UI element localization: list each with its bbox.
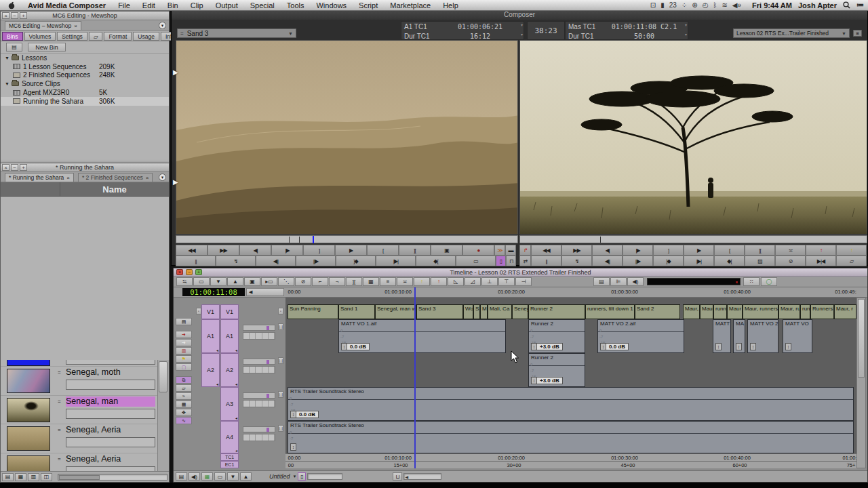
pan-knob[interactable]	[267, 428, 269, 432]
zoom-button[interactable]: +	[20, 12, 27, 19]
audio-pan-slider[interactable]	[243, 325, 275, 331]
position-indicator[interactable]	[313, 236, 314, 243]
splice-tool-button[interactable]: ➜	[176, 331, 192, 338]
mark-clip-button[interactable]: ][	[745, 245, 775, 256]
more-detail-button[interactable]: ▲	[240, 472, 252, 481]
source-position-bar[interactable]	[176, 235, 518, 243]
bin-tool-button[interactable]: ▱	[176, 384, 192, 392]
timeline-video-clip[interactable]: Mali, Ca	[488, 304, 512, 319]
pan-knob[interactable]	[267, 394, 269, 398]
remove-effect-button[interactable]: ⊘	[295, 277, 311, 286]
mark-clip-button[interactable]: ][	[399, 245, 431, 256]
zoom-slider[interactable]	[307, 473, 342, 480]
timeline-audio-clip[interactable]: MATT↕	[713, 319, 731, 353]
toggle-source-timeline-button[interactable]: ≒	[176, 277, 193, 286]
mark-out-button[interactable]: ¬	[329, 277, 345, 286]
track-solo-button[interactable]: ❘❘	[278, 391, 283, 398]
minimize-button[interactable]: −	[11, 12, 18, 19]
segment-select-button[interactable]: ▢	[176, 363, 192, 371]
track-lane-v1[interactable]: Sun PanningSand 1Senegal, man with tSand…	[285, 304, 856, 319]
step-backward-button[interactable]: ◀|	[592, 245, 623, 256]
project-titlebar[interactable]: × − + MC6 Editing - Mewshop	[1, 12, 169, 20]
out-keyframe-button[interactable]: ]◆	[336, 256, 376, 266]
menu-item-special[interactable]: Special	[250, 1, 275, 9]
gain-icon[interactable]: ↕	[750, 343, 756, 350]
scale-bar-button[interactable]: ⊔	[393, 472, 402, 481]
play-in-out-button[interactable]: |▶|	[376, 256, 416, 266]
record-track-tc1[interactable]: TC1	[220, 453, 239, 461]
menu-user[interactable]: Josh Apter	[798, 1, 837, 9]
audio-waveform-button[interactable]: ∿	[176, 417, 192, 424]
splice-arrow-button[interactable]: ↑	[431, 277, 447, 286]
speaker-icon[interactable]: ◂	[235, 448, 237, 453]
track-lane-a3[interactable]: RTS Trailer Soundtrack Stereo0-7-15↕0.0 …	[285, 387, 856, 421]
gain-icon[interactable]: ↕	[290, 443, 296, 451]
source-track-a1[interactable]: A1◂	[201, 319, 220, 353]
bin-hscrollbar[interactable]	[58, 474, 167, 481]
gang-button[interactable]: ⊓	[506, 256, 516, 266]
gain-icon[interactable]: ↕	[341, 343, 347, 350]
pan-knob[interactable]	[267, 326, 269, 330]
gain-icon[interactable]: ↕	[785, 343, 791, 350]
gain-icon[interactable]: ↕	[600, 343, 606, 350]
shuttle-button[interactable]: ↯	[216, 256, 256, 266]
extend-button[interactable]: ⊣	[515, 277, 532, 286]
zoom-button[interactable]: +	[20, 164, 27, 171]
menu-item-clip[interactable]: Clip	[191, 1, 203, 9]
audio-monitor-button[interactable]: ◀)	[189, 472, 200, 481]
menu-item-script[interactable]: Script	[359, 1, 378, 9]
menu-item-bin[interactable]: Bin	[167, 1, 178, 9]
timeline-video-clip[interactable]: Maur, ru	[778, 304, 800, 319]
mark-in-button[interactable]: [	[367, 245, 399, 256]
out-keyframe-button[interactable]: ]◆	[653, 256, 684, 266]
go-to-in-button[interactable]: ◀||	[256, 256, 296, 266]
clip-name[interactable]: Senegal, Aeria	[66, 425, 155, 435]
roll-right-button[interactable]: ◿	[465, 277, 481, 286]
fast-menu-button[interactable]: ▾	[159, 174, 166, 181]
accessibility-icon[interactable]: ⊕	[692, 1, 697, 9]
tree-item-lessons[interactable]: ▼Lessons	[1, 54, 169, 62]
clip-row[interactable]: =Senegal, man	[1, 396, 157, 425]
project-tab[interactable]: MC6 Editing – Mewshop×	[5, 21, 81, 30]
timeline-bottom-menu-button[interactable]: ▤	[176, 472, 187, 481]
rewind-button[interactable]: ◀◀	[176, 245, 208, 256]
bin-menu-button[interactable]: ▤	[6, 43, 22, 52]
bin-tab-0[interactable]: * Running the Sahara×	[5, 173, 74, 182]
grid-icon[interactable]: ⊞	[853, 30, 862, 37]
menu-item-avid-media-composer[interactable]: Avid Media Composer	[28, 1, 106, 9]
spotlight-icon[interactable]	[843, 1, 850, 9]
fast-forward-button[interactable]: ▶▶	[561, 245, 592, 256]
clip-color-button[interactable]: ▯	[298, 472, 306, 481]
timeline-fast-menu-button[interactable]: ▤	[176, 318, 192, 325]
timeline-lanes[interactable]: Sun PanningSand 1Senegal, man with tSand…	[285, 298, 856, 468]
scrollbar-thumb[interactable]	[159, 361, 167, 392]
clip-row-partial[interactable]	[1, 360, 157, 367]
spaces-icon[interactable]: ⁘	[682, 1, 687, 9]
track-down-button[interactable]: ▼	[210, 277, 226, 286]
speaker-icon[interactable]: ◂	[235, 382, 237, 386]
mark-out-button[interactable]: ]	[653, 245, 684, 256]
audio-pan-slider[interactable]	[243, 426, 275, 432]
gain-icon[interactable]: ↕	[531, 377, 537, 384]
link-toggle-button[interactable]: ◯	[761, 277, 777, 286]
clipboard-button[interactable]: ▱	[836, 256, 867, 266]
video-quality-button[interactable]: ▣	[244, 277, 260, 286]
timeline-video-clip[interactable]: Sand 3	[416, 304, 463, 319]
speaker-icon[interactable]: ◂	[235, 415, 237, 420]
timeline-video-clip[interactable]: M	[480, 304, 488, 319]
dissolve-button[interactable]: ⋱	[278, 277, 294, 286]
project-tab-folder-icon[interactable]: ▱	[89, 32, 103, 41]
menu-clock[interactable]: Fri 9:44 AM	[752, 1, 792, 9]
project-tab-volumes[interactable]: Volumes	[24, 32, 56, 41]
video-effect-tool-button[interactable]: ▥	[176, 347, 192, 354]
display-icon[interactable]: ⊡	[650, 1, 656, 9]
menu-item-tools[interactable]: Tools	[287, 1, 304, 9]
chevron-down-icon[interactable]: ▾	[521, 22, 523, 27]
audio-gain-segments[interactable]	[243, 434, 275, 441]
extract-button[interactable]: ▨	[745, 256, 775, 266]
project-tab-settings[interactable]: Settings	[57, 32, 87, 41]
frame-box-button[interactable]: ▭	[456, 256, 496, 266]
chevron-down-icon[interactable]: ▾	[521, 32, 523, 37]
effect-mode-button[interactable]: ⊫	[610, 277, 627, 286]
timeline-audio-clip[interactable]: Runner 20-7-15↕+3.0 dB	[528, 319, 585, 353]
